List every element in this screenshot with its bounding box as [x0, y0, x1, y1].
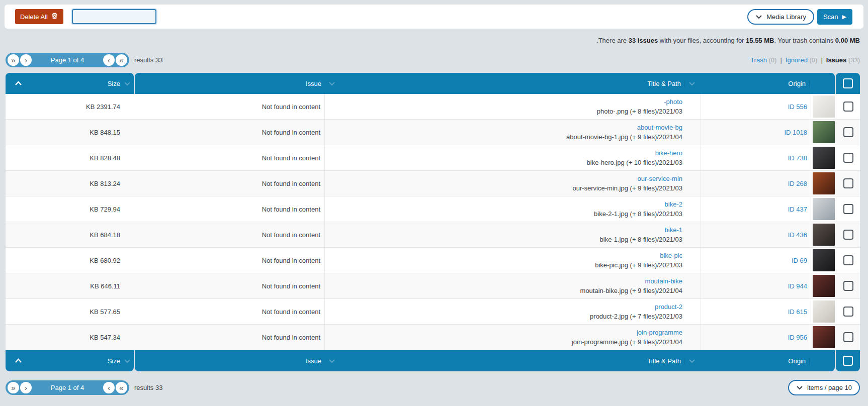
row-issue: Not found in content [134, 171, 324, 196]
thumbnail-image[interactable] [813, 198, 835, 220]
select-row-checkbox[interactable] [843, 332, 853, 342]
next-page-button[interactable]: › [20, 382, 32, 393]
prev-page-button[interactable]: ‹ [103, 54, 115, 66]
select-row-checkbox[interactable] [843, 102, 853, 112]
row-issue: Not found in content [134, 248, 324, 273]
row-title-link[interactable]: -photo [664, 97, 682, 107]
tab-trash[interactable]: Trash (0) [750, 56, 776, 64]
row-origin-link[interactable]: ID 436 [788, 231, 807, 239]
row-issue: Not found in content [134, 145, 324, 170]
row-issue: Not found in content [134, 222, 324, 247]
issues-size-text: 15.55 MB [746, 37, 774, 44]
sort-size-icon[interactable] [120, 359, 134, 363]
table-row: KB 577.65 Not found in content product-2… [6, 299, 860, 325]
thumbnail-image[interactable] [813, 224, 835, 246]
row-expand-cell [6, 299, 31, 324]
column-footer-size[interactable]: Size [31, 357, 120, 365]
row-expand-cell [6, 273, 31, 298]
row-origin-link[interactable]: ID 944 [788, 282, 807, 290]
row-title-link[interactable]: join-programme [637, 328, 682, 337]
tab-separator: | [821, 56, 822, 64]
sort-issue-icon[interactable] [325, 81, 338, 86]
row-origin-link[interactable]: ID 956 [788, 334, 807, 341]
scan-label: Scan [823, 13, 838, 21]
row-path: bike-1.jpg (+ 8 files)/2021/03 [600, 235, 682, 244]
delete-all-button[interactable]: Delete All [15, 9, 63, 24]
select-all-checkbox[interactable] [843, 356, 853, 366]
column-header-issue[interactable]: Issue [135, 80, 325, 87]
thumbnail-image[interactable] [813, 249, 835, 271]
row-size: KB 813.24 [31, 171, 120, 196]
last-page-button[interactable]: » [8, 54, 19, 66]
row-origin-link[interactable]: ID 69 [792, 257, 807, 264]
select-row-checkbox[interactable] [843, 307, 853, 317]
thumbnail-image[interactable] [813, 95, 835, 118]
first-page-button[interactable]: « [116, 54, 127, 66]
row-expand-cell [6, 94, 31, 119]
row-origin-link[interactable]: ID 615 [788, 308, 807, 316]
row-expand-cell [6, 325, 31, 350]
row-title-link[interactable]: our-service-min [637, 174, 682, 183]
items-per-page-label: items / page 10 [807, 384, 852, 391]
column-header-title-path[interactable]: Title & Path [338, 80, 684, 87]
prev-page-button[interactable]: ‹ [103, 382, 115, 393]
collapse-icon[interactable] [6, 358, 31, 363]
column-footer-title-path[interactable]: Title & Path [338, 357, 684, 365]
table-row: KB 828.48 Not found in content bike-hero… [6, 145, 860, 171]
row-expand-cell [6, 171, 31, 196]
row-size: KB 680.92 [31, 248, 120, 273]
select-row-checkbox[interactable] [843, 230, 853, 240]
row-origin-link[interactable]: ID 1018 [784, 129, 807, 136]
tab-ignored[interactable]: Ignored (0) [786, 56, 818, 64]
last-page-button[interactable]: » [8, 382, 19, 393]
column-footer-origin[interactable]: Origin [700, 357, 810, 365]
select-row-checkbox[interactable] [843, 178, 853, 188]
row-origin-link[interactable]: ID 738 [788, 154, 807, 162]
scan-button[interactable]: Scan ▶ [817, 9, 852, 25]
column-header-origin[interactable]: Origin [700, 80, 810, 87]
select-all-checkbox[interactable] [843, 78, 853, 88]
row-origin-link[interactable]: ID 556 [788, 103, 807, 111]
thumbnail-image[interactable] [813, 326, 835, 348]
sort-title-icon[interactable] [684, 81, 700, 86]
media-source-select[interactable]: Media Library [747, 9, 814, 25]
column-footer-issue[interactable]: Issue [135, 357, 325, 365]
sort-issue-icon[interactable] [325, 359, 338, 363]
thumbnail-image[interactable] [813, 121, 835, 143]
row-origin-link[interactable]: ID 268 [788, 180, 807, 187]
row-title-link[interactable]: bike-2 [665, 200, 682, 209]
row-title-link[interactable]: bike-1 [665, 226, 682, 235]
sort-size-icon[interactable] [120, 81, 134, 86]
table-footer-header: Size Issue Title & Path Origin [6, 350, 860, 371]
media-source-label: Media Library [766, 13, 806, 21]
collapse-icon[interactable] [6, 81, 31, 86]
search-input[interactable] [72, 9, 156, 24]
thumbnail-image[interactable] [813, 300, 835, 323]
row-title-link[interactable]: bike-pic [660, 251, 682, 260]
row-title-link[interactable]: moutain-bike [645, 277, 682, 286]
select-row-checkbox[interactable] [843, 127, 853, 137]
tab-issues[interactable]: Issues (33) [826, 56, 860, 64]
select-row-checkbox[interactable] [843, 204, 853, 214]
row-expand-cell [6, 248, 31, 273]
thumbnail-image[interactable] [813, 172, 835, 194]
sort-title-icon[interactable] [684, 359, 700, 363]
tab-count: (33) [848, 56, 860, 64]
items-per-page-select[interactable]: items / page 10 [788, 380, 860, 395]
table-row: KB 813.24 Not found in content our-servi… [6, 171, 860, 196]
page-indicator: Page 1 of 4 [32, 384, 103, 391]
select-row-checkbox[interactable] [843, 281, 853, 291]
row-title-link[interactable]: product-2 [655, 302, 682, 312]
row-title-link[interactable]: bike-hero [655, 149, 682, 158]
select-row-checkbox[interactable] [843, 153, 853, 163]
column-header-size[interactable]: Size [31, 80, 120, 87]
row-title-link[interactable]: about-movie-bg [637, 123, 682, 132]
thumbnail-image[interactable] [813, 275, 835, 297]
next-page-button[interactable]: › [20, 54, 32, 66]
first-page-button[interactable]: « [116, 382, 127, 393]
chevron-down-icon [796, 384, 803, 391]
select-row-checkbox[interactable] [843, 255, 853, 265]
row-origin-link[interactable]: ID 437 [788, 206, 807, 213]
top-pagination-row: » › Page 1 of 4 ‹ « results 33 Trash (0)… [6, 52, 860, 67]
thumbnail-image[interactable] [813, 147, 835, 169]
